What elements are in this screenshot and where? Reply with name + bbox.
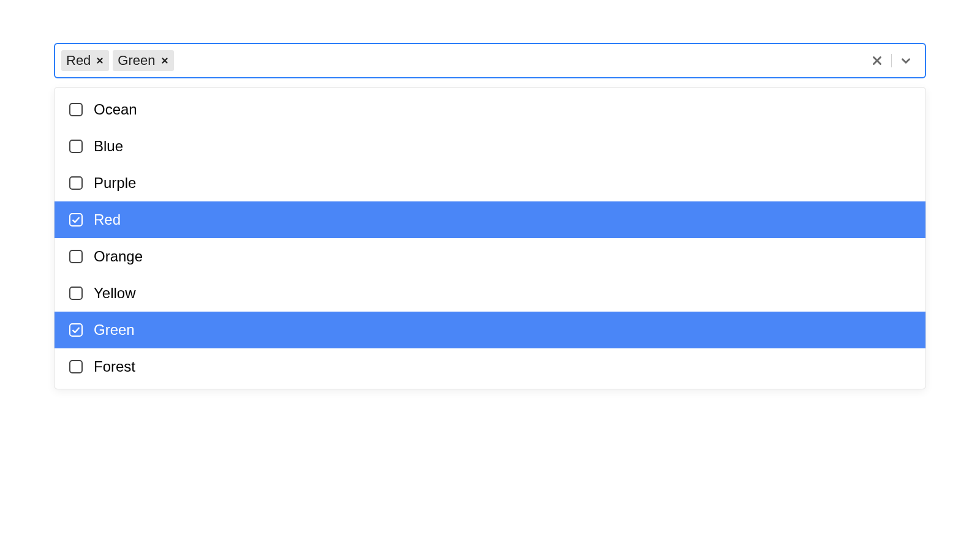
option-label: Forest xyxy=(94,359,135,374)
close-icon xyxy=(160,56,169,65)
option-label: Blue xyxy=(94,139,123,154)
option-label: Ocean xyxy=(94,102,137,117)
multiselect-control[interactable]: Red Green xyxy=(54,43,926,78)
tag-label: Green xyxy=(118,53,155,69)
option-purple[interactable]: Purple xyxy=(55,165,925,201)
options-menu: Ocean Blue Purple Red Orange xyxy=(54,87,926,389)
checkbox[interactable] xyxy=(69,140,83,153)
checkbox[interactable] xyxy=(69,176,83,190)
checkbox[interactable] xyxy=(69,213,83,227)
option-green[interactable]: Green xyxy=(55,312,925,348)
clear-icon xyxy=(870,54,884,67)
checkbox[interactable] xyxy=(69,287,83,300)
option-red[interactable]: Red xyxy=(55,201,925,238)
checkbox[interactable] xyxy=(69,103,83,116)
option-forest[interactable]: Forest xyxy=(55,348,925,385)
value-container: Red Green xyxy=(60,48,863,73)
checkbox[interactable] xyxy=(69,360,83,373)
option-label: Orange xyxy=(94,249,143,264)
option-label: Purple xyxy=(94,176,136,190)
clear-button[interactable] xyxy=(863,54,891,67)
multiselect: Red Green xyxy=(54,43,926,389)
dropdown-toggle[interactable] xyxy=(892,54,920,67)
tag-label: Red xyxy=(66,53,91,69)
option-blue[interactable]: Blue xyxy=(55,128,925,165)
tag-red: Red xyxy=(61,50,109,71)
tag-remove-button[interactable] xyxy=(160,56,169,65)
close-icon xyxy=(96,56,104,65)
checkbox[interactable] xyxy=(69,250,83,263)
check-icon xyxy=(71,215,81,225)
chevron-down-icon xyxy=(899,54,913,67)
option-yellow[interactable]: Yellow xyxy=(55,275,925,312)
option-orange[interactable]: Orange xyxy=(55,238,925,275)
tag-green: Green xyxy=(113,50,173,71)
option-ocean[interactable]: Ocean xyxy=(55,91,925,128)
checkbox[interactable] xyxy=(69,323,83,337)
tag-remove-button[interactable] xyxy=(96,56,104,65)
option-label: Green xyxy=(94,323,135,337)
check-icon xyxy=(71,325,81,335)
indicators xyxy=(863,48,920,73)
option-label: Yellow xyxy=(94,286,136,301)
option-label: Red xyxy=(94,212,121,227)
